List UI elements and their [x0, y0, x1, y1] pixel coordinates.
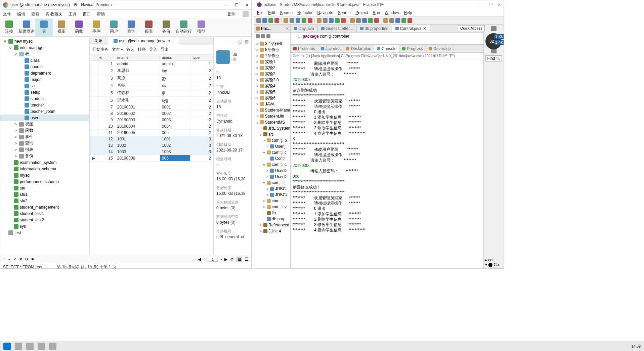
stop-button[interactable]: ■: [31, 257, 34, 262]
toolbar-icon[interactable]: [350, 18, 355, 23]
table-row[interactable]: 14100310033: [90, 149, 213, 155]
expand-icon[interactable]: >: [14, 135, 18, 139]
table-row[interactable]: 6邵永刚syg2: [90, 97, 213, 104]
cell[interactable]: admin: [115, 61, 160, 67]
tree-item-查询[interactable]: >查询: [0, 140, 89, 146]
toolbar-新建查询[interactable]: 新建查询: [18, 18, 35, 36]
editor-tab[interactable]: Day.java: [291, 25, 318, 32]
expand-icon[interactable]: >: [256, 84, 259, 88]
menu-refactor[interactable]: Refactor: [297, 10, 312, 15]
view-tab-coverage[interactable]: Coverage: [426, 45, 454, 52]
cell[interactable]: 1: [97, 61, 115, 67]
connection-tree[interactable]: vnew mysqlvedu_managev表classcoursedeprat…: [0, 37, 90, 255]
tab-object[interactable]: 对象: [90, 37, 108, 45]
subtb-导出[interactable]: 导出: [161, 47, 169, 52]
tree-item-表[interactable]: v表: [0, 51, 89, 57]
expand-icon[interactable]: v: [256, 121, 259, 124]
close-button[interactable]: ✕: [498, 2, 501, 7]
cell[interactable]: 2: [97, 67, 115, 75]
tree-item[interactable]: >实验3: [254, 71, 290, 77]
menu-navigate[interactable]: Navigate: [317, 10, 333, 15]
menu-edit[interactable]: Edit: [268, 10, 275, 15]
expand-icon[interactable]: >: [256, 96, 259, 100]
last-page-button[interactable]: ▶: [224, 257, 227, 262]
expand-icon[interactable]: v: [8, 45, 12, 50]
code-editor[interactable]: 1package com.tjl.controller;: [291, 33, 483, 45]
minimize-button[interactable]: —: [224, 3, 228, 7]
table-row[interactable]: 72019000100012: [90, 104, 213, 111]
cell[interactable]: admin: [160, 61, 190, 67]
taskbar-app-icon[interactable]: [49, 343, 56, 350]
tree-item[interactable]: >实验2: [254, 65, 290, 71]
windows-taskbar[interactable]: 14:09: [0, 341, 644, 351]
tree-item[interactable]: vcom.tjl.j: [254, 180, 290, 186]
cancel-button[interactable]: ✕: [19, 257, 23, 262]
outline-item[interactable]: ▾ ⬤ Co: [485, 262, 502, 267]
menu-window[interactable]: Window: [385, 10, 399, 15]
cell[interactable]: 邵永刚: [115, 97, 160, 104]
cell[interactable]: 20190001: [115, 104, 160, 111]
tree-item[interactable]: >com.tjl.t: [254, 198, 290, 204]
expand-icon[interactable]: >: [256, 108, 259, 112]
cell[interactable]: 1002: [115, 142, 160, 149]
tree-item[interactable]: >7章作业: [254, 53, 290, 59]
tree-item-examination_system[interactable]: examination_system: [0, 159, 89, 166]
table-row[interactable]: 1adminadmin1: [90, 61, 213, 67]
cell[interactable]: 20190005: [115, 130, 160, 136]
toolbar-icon[interactable]: [407, 18, 412, 23]
tree-item-depratment[interactable]: depratment: [0, 70, 89, 76]
table-row[interactable]: 13100210023: [90, 142, 213, 149]
toolbar-icon[interactable]: [268, 18, 273, 23]
cell[interactable]: 高原: [115, 75, 160, 82]
expand-icon[interactable]: >: [256, 66, 259, 70]
tree-item[interactable]: >UserD: [254, 174, 290, 180]
cell[interactable]: 006: [160, 155, 190, 162]
cell[interactable]: 2: [190, 155, 213, 162]
expand-icon[interactable]: v: [262, 163, 266, 167]
cell[interactable]: gy: [160, 75, 190, 82]
cell[interactable]: 0001: [160, 104, 190, 111]
cell[interactable]: 2: [190, 82, 213, 89]
toolbar-icon[interactable]: [296, 18, 300, 23]
cell[interactable]: 13: [97, 142, 115, 149]
cell[interactable]: 9: [97, 117, 115, 123]
tree-item-sys[interactable]: sys: [0, 223, 89, 229]
tree-item-teacher_room[interactable]: teacher_room: [0, 108, 89, 115]
editor-tab[interactable]: Control.java ✕: [392, 25, 430, 32]
cell[interactable]: syg: [160, 97, 190, 104]
cell[interactable]: 2: [190, 123, 213, 130]
tree-item-major[interactable]: major: [0, 76, 89, 83]
tab-data[interactable]: user @edu_manage (new m...: [108, 37, 179, 45]
minimize-button[interactable]: —: [480, 2, 484, 7]
tree-item[interactable]: vsrc: [254, 131, 290, 137]
login-link[interactable]: 登录: [227, 11, 235, 17]
cell[interactable]: 20190004: [115, 123, 160, 130]
data-grid[interactable]: idunameupasstype1adminadmin12李思影lay23高原g…: [90, 54, 213, 255]
cell[interactable]: 佟静林: [115, 89, 160, 97]
toolbar-icon[interactable]: [256, 18, 261, 23]
menu-run[interactable]: Run: [373, 10, 380, 15]
tree-item[interactable]: >实验3.0: [254, 77, 290, 83]
tree-item[interactable]: Contr: [254, 156, 290, 162]
close-icon[interactable]: ✕: [286, 26, 289, 31]
package-tree[interactable]: >3.4章作业>5章作业>7章作业>实验1>实验2>实验3>实验3.0>实验4>…: [254, 40, 290, 268]
toolbar-函数[interactable]: 函数: [70, 18, 88, 36]
tree-item-备份[interactable]: >备份: [0, 153, 89, 159]
expand-icon[interactable]: >: [259, 223, 262, 227]
cell[interactable]: 12: [97, 136, 115, 142]
toolbar-icon[interactable]: [329, 18, 334, 23]
editor-tab[interactable]: GuesssLetter...: [318, 25, 357, 32]
grid-view-button[interactable]: ▦: [237, 257, 242, 262]
toolbar-自动运行[interactable]: 自动运行: [175, 18, 192, 36]
expand-icon[interactable]: >: [256, 72, 259, 76]
view-tab-javadoc[interactable]: Javadoc: [318, 45, 344, 52]
menu-item[interactable]: 帮助: [97, 11, 105, 17]
cell[interactable]: 8: [97, 111, 115, 117]
expand-icon[interactable]: >: [266, 145, 269, 148]
toolbar-模型[interactable]: 模型: [192, 18, 210, 36]
expand-icon[interactable]: v: [262, 181, 266, 185]
expand-icon[interactable]: >: [256, 78, 259, 82]
tree-item-new mysql[interactable]: vnew mysql: [0, 38, 89, 44]
toolbar-icon[interactable]: [335, 18, 340, 23]
tree-item-stu2[interactable]: stu2: [0, 198, 89, 204]
